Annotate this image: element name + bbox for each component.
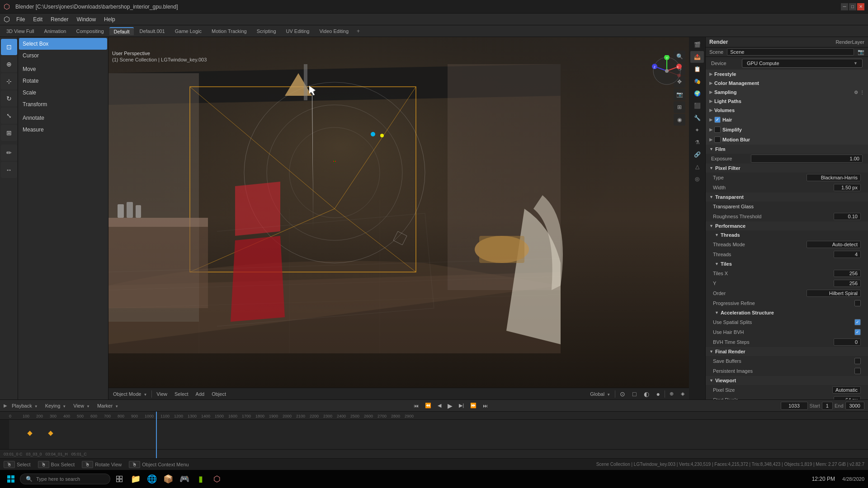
- simplify-header[interactable]: ▶ Simplify: [706, 125, 868, 135]
- vp-select-button[interactable]: Select: [172, 390, 191, 398]
- vp-rendered-btn[interactable]: ●: [654, 389, 663, 399]
- tab-scripting[interactable]: Scripting: [252, 28, 281, 35]
- tab-motion-tracking[interactable]: Motion Tracking: [207, 28, 251, 35]
- prop-physics-btn[interactable]: ⚗: [690, 136, 704, 148]
- prop-modifiers-btn[interactable]: 🔧: [690, 112, 704, 124]
- prop-scene-btn[interactable]: 🎭: [690, 75, 704, 87]
- vp-add-button[interactable]: Add: [193, 390, 208, 398]
- current-frame-display[interactable]: 1033: [781, 402, 808, 410]
- performance-header[interactable]: ▼ Performance: [706, 221, 868, 230]
- pf-width-value[interactable]: 1.50 px: [834, 184, 861, 191]
- tiles-order-value[interactable]: Hilbert Spiral: [807, 290, 861, 297]
- threads-count-value[interactable]: 4: [834, 251, 861, 258]
- vp-camera-icon[interactable]: 📷: [674, 89, 685, 100]
- tl-jump-end[interactable]: ⏭: [480, 402, 491, 409]
- tool-name-select-box[interactable]: Select Box: [19, 38, 107, 50]
- vp-global-shading[interactable]: Global ▼: [587, 390, 613, 398]
- tl-jump-start[interactable]: ⏮: [411, 402, 421, 409]
- tl-next-keyframe[interactable]: ⏩: [467, 402, 479, 409]
- accel-subheader[interactable]: ▼ Acceleration Structure: [706, 308, 868, 317]
- tl-view-menu[interactable]: View ▼: [71, 402, 93, 409]
- tab-video-editing[interactable]: Video Editing: [315, 28, 353, 35]
- final-render-header[interactable]: ▼ Final Render: [706, 347, 868, 356]
- light-paths-header[interactable]: ▶ Light Paths: [706, 97, 868, 106]
- tab-uv-editing[interactable]: UV Editing: [282, 28, 314, 35]
- scene-selector-value[interactable]: Scene: [727, 48, 854, 56]
- vp-wireframe-btn[interactable]: ⊙: [617, 389, 628, 399]
- windows-start-button[interactable]: [4, 472, 18, 486]
- properties-scroll[interactable]: Device GPU Compute ▼ ▶ Freestyle ▶ Color…: [706, 57, 868, 399]
- sampling-settings-icon[interactable]: ⚙: [854, 90, 858, 95]
- start-pixels-value[interactable]: 64 px: [834, 396, 861, 399]
- taskbar-store[interactable]: 📦: [161, 472, 175, 486]
- menu-edit[interactable]: Edit: [29, 15, 46, 23]
- volumes-header[interactable]: ▶ Volumes: [706, 106, 868, 115]
- menu-window[interactable]: Window: [73, 15, 99, 23]
- tab-game-logic[interactable]: Game Logic: [170, 28, 206, 35]
- vp-material-preview-btn[interactable]: ◐: [641, 389, 652, 399]
- roughness-value[interactable]: 0.10: [834, 213, 861, 220]
- tab-default[interactable]: Default: [109, 27, 134, 35]
- tab-default-001[interactable]: Default.001: [135, 28, 169, 35]
- prop-render-btn[interactable]: 🎬: [690, 39, 704, 51]
- tl-prev-frame[interactable]: ◀: [435, 402, 444, 409]
- threads-subheader[interactable]: ▼ Threads: [706, 230, 868, 239]
- menu-help[interactable]: Help: [100, 15, 119, 23]
- taskbar-chrome[interactable]: 🌐: [145, 472, 159, 486]
- tool-transform[interactable]: ⊞: [1, 125, 17, 141]
- tl-playback-menu[interactable]: Playback ▼: [9, 402, 41, 409]
- tool-name-cursor[interactable]: Cursor: [19, 50, 107, 61]
- tiles-y-value[interactable]: 256: [834, 280, 861, 287]
- viewport-gizmo[interactable]: X Y Z: [651, 55, 683, 87]
- sampling-more-icon[interactable]: ⋮: [860, 90, 864, 95]
- taskbar-file-explorer[interactable]: 📁: [128, 472, 143, 486]
- progressive-refine-checkbox[interactable]: [854, 300, 861, 306]
- keyframe-1[interactable]: [27, 431, 32, 436]
- keyframe-2[interactable]: [48, 431, 53, 436]
- minimize-button[interactable]: ─: [841, 3, 848, 10]
- tool-cursor[interactable]: ⊕: [1, 56, 17, 72]
- tool-select-box[interactable]: ⊡: [1, 39, 17, 55]
- tiles-x-value[interactable]: 256: [834, 270, 861, 277]
- device-value[interactable]: GPU Compute ▼: [742, 59, 863, 68]
- tl-next-frame[interactable]: ▶|: [456, 402, 467, 409]
- timeline-ruler-area[interactable]: 0 100 200 300 400 500 600 700 800 900 10…: [0, 412, 868, 458]
- color-management-header[interactable]: ▶ Color Management: [706, 79, 868, 88]
- tool-name-scale[interactable]: Scale: [19, 87, 107, 99]
- prop-world-btn[interactable]: 🌍: [690, 88, 704, 99]
- rotate-view-mouse-btn[interactable]: 🖱: [82, 461, 93, 468]
- select-mouse-btn[interactable]: 🖱: [4, 461, 15, 468]
- hair-checkbox[interactable]: ✓: [714, 117, 721, 123]
- taskbar-blender-active[interactable]: ⬡: [210, 472, 224, 486]
- transparent-header[interactable]: ▼ Transparent: [706, 192, 868, 202]
- hair-header[interactable]: ▶ ✓ Hair: [706, 115, 868, 125]
- vp-mode-button[interactable]: Object Mode ▼: [110, 390, 150, 398]
- tl-marker-menu[interactable]: Marker ▼: [94, 402, 121, 409]
- taskbar-task-view[interactable]: [112, 472, 127, 486]
- prop-constraints-btn[interactable]: 🔗: [690, 149, 704, 160]
- viewport-section-header[interactable]: ▼ Viewport: [706, 376, 868, 385]
- tool-name-annotate[interactable]: Annotate: [19, 112, 107, 124]
- vp-xray-btn[interactable]: ◈: [678, 390, 687, 398]
- tab-add-button[interactable]: +: [354, 27, 363, 35]
- menu-blender[interactable]: ⬡: [2, 14, 12, 24]
- tool-scale[interactable]: ⤡: [1, 108, 17, 124]
- tool-rotate[interactable]: ↻: [1, 90, 17, 107]
- vp-object-button[interactable]: Object: [209, 390, 229, 398]
- end-frame-display[interactable]: 3000: [845, 402, 864, 410]
- threads-mode-value[interactable]: Auto-detect: [807, 241, 861, 248]
- viewport[interactable]: User Perspective (1) Scene Collection | …: [108, 37, 689, 399]
- tool-name-transform[interactable]: Transform: [19, 99, 107, 110]
- obj-context-mouse-btn[interactable]: 🖱: [129, 461, 140, 468]
- vp-overlay-btn[interactable]: ⊕: [667, 390, 676, 398]
- taskbar-search[interactable]: 🔍 Type here to search: [20, 474, 110, 484]
- tab-compositing[interactable]: Compositing: [71, 28, 108, 35]
- vp-grid-icon[interactable]: ⊞: [674, 101, 685, 113]
- prop-output-btn[interactable]: 📤: [690, 51, 704, 63]
- tool-annotate[interactable]: ✏: [1, 145, 17, 161]
- maximize-button[interactable]: □: [849, 3, 856, 10]
- pixel-size-value[interactable]: Automatic: [832, 386, 861, 394]
- bvh-steps-value[interactable]: 0: [834, 338, 861, 346]
- save-buffers-checkbox[interactable]: [854, 358, 861, 364]
- tl-keying-menu[interactable]: Keying ▼: [42, 402, 69, 409]
